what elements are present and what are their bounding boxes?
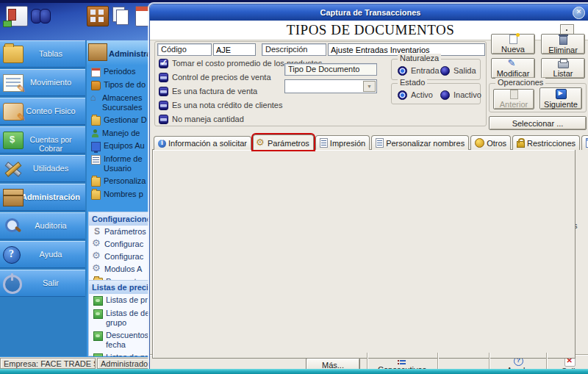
sidebar-item-tablas[interactable]: Tablas — [0, 40, 85, 68]
anterior-button[interactable]: Anterior — [493, 89, 534, 109]
person-icon — [91, 129, 99, 137]
sidebar-item-conteo-fisico[interactable]: Conteo Fisico — [0, 98, 85, 125]
cards-icon[interactable] — [87, 6, 109, 26]
listar-button[interactable]: Listar — [541, 58, 585, 79]
radio-glyph — [440, 90, 450, 100]
checkbox-label: No maneja cantidad — [172, 115, 244, 123]
sidebar-item-movimiento[interactable]: Movimiento — [0, 69, 85, 96]
folder-icon — [3, 46, 24, 63]
checkbox-glyph — [159, 101, 168, 110]
radio-label: Salida — [453, 66, 476, 75]
sidebar-item-cuentas-por-cobrar[interactable]: Cuentas por Cobrar — [0, 126, 85, 154]
money-icon — [3, 132, 24, 149]
naturaleza-title: Naturaleza — [398, 54, 441, 62]
radio-label: Activo — [411, 90, 433, 99]
gold-circle-icon — [475, 138, 484, 148]
close-icon[interactable]: ✕ — [573, 7, 585, 19]
footer-separator — [546, 353, 547, 369]
parametros-tab-panel — [152, 149, 576, 359]
tab-personalizar-nombres[interactable]: Personalizar nombres — [371, 135, 469, 150]
tab-parametros[interactable]: Parámetros — [253, 134, 314, 150]
chevron-down-icon: ▼ — [363, 81, 376, 92]
copy-icon[interactable] — [110, 6, 131, 25]
checkbox-label: Es una nota crédito de clientes — [172, 101, 282, 109]
estado-group: Estado Activo Inactivo — [391, 83, 481, 104]
checkbox-glyph — [159, 59, 168, 68]
page-title: TIPOS DE DOCUMENTOS — [287, 22, 455, 38]
money-icon — [93, 309, 103, 319]
sidebar-item-salir[interactable]: Salir — [0, 270, 85, 297]
tab-strip: Información a solicitar Parámetros Impre… — [154, 134, 588, 150]
box-icon — [88, 43, 107, 61]
info-icon — [158, 140, 166, 148]
page-icon — [376, 138, 384, 148]
folder-icon — [91, 116, 101, 126]
printer-icon — [558, 61, 569, 68]
tab-label: Otros — [487, 139, 506, 148]
radio-inactivo[interactable]: Inactivo — [440, 90, 481, 100]
seleccionar-button[interactable]: Seleccionar ... — [489, 116, 587, 130]
codigo-input[interactable] — [213, 43, 256, 56]
radio-salida[interactable]: Salida — [440, 66, 476, 76]
modificar-button[interactable]: Modificar — [491, 58, 535, 79]
dialog-titlebar: Captura de Transacciones — [150, 4, 588, 21]
tipo-documento-combo[interactable]: ▼ — [284, 79, 377, 93]
tipo-documento-label: Tipo De Documento — [284, 63, 377, 76]
box-icon — [3, 189, 24, 206]
pencil-icon — [509, 60, 518, 68]
radio-label: Inactivo — [453, 90, 481, 99]
button-label: Nueva — [501, 45, 525, 54]
tab-label: Personalizar nombres — [386, 139, 465, 148]
house-icon — [91, 94, 99, 102]
tab-restricciones[interactable]: Restricciones — [512, 135, 580, 150]
button-label: Siguiente — [544, 100, 578, 109]
money-icon — [93, 353, 103, 356]
gear-icon — [93, 253, 101, 261]
s-icon — [93, 228, 101, 236]
nueva-button[interactable]: Nueva — [491, 34, 535, 54]
calendar-icon — [91, 68, 101, 77]
button-label: Eliminar — [548, 46, 578, 54]
screen: Tablas Movimiento Conteo Fisico Cuentas … — [0, 0, 588, 374]
report-icon — [91, 155, 101, 165]
radio-activo[interactable]: Activo — [398, 90, 433, 100]
tab-informacion-a-solicitar[interactable]: Información a solicitar — [154, 136, 251, 150]
tab-impresion[interactable]: Impresión — [315, 135, 370, 150]
sidebar-item-auditoria[interactable]: Auditoria — [0, 212, 85, 240]
checkbox-control-precios[interactable]: Control de precios de venta — [159, 73, 271, 82]
sidebar-item-administracion[interactable]: Administración — [0, 184, 85, 211]
eliminar-button[interactable]: Eliminar — [541, 34, 585, 54]
page-icon — [320, 138, 328, 148]
checkbox-no-maneja-cantidad[interactable]: No maneja cantidad — [159, 115, 244, 124]
sidebar-item-utilidades[interactable]: Utilidades — [0, 155, 85, 182]
siguiente-button[interactable]: Siguiente — [539, 87, 582, 109]
money-icon — [93, 296, 103, 306]
status-empresa: Empresa: FACE TRADE S.A.S — [0, 358, 96, 369]
nav-item-label: Manejo de — [102, 129, 155, 138]
magnifier-icon — [3, 217, 22, 234]
footer-separator — [437, 353, 438, 369]
dialog-captura-transacciones: Captura de Transacciones ✕ TIPOS DE DOCU… — [149, 4, 588, 372]
checkbox-nota-credito[interactable]: Es una nota crédito de clientes — [159, 101, 282, 110]
checkbox-factura-venta[interactable]: Es una factura de venta — [159, 87, 257, 96]
button-label: Seleccionar ... — [512, 119, 564, 128]
book-icon — [91, 81, 101, 90]
tools-icon — [3, 160, 22, 176]
tab-label: Parámetros — [268, 139, 309, 148]
footer-separator — [489, 353, 490, 369]
tab-otros[interactable]: Otros — [470, 135, 511, 150]
radio-entrada[interactable]: Entrada — [398, 66, 440, 76]
question-icon — [3, 246, 21, 264]
nav-item-label: Almacenes Sucursales — [102, 93, 155, 112]
binoculars-icon[interactable] — [31, 6, 51, 25]
dialog-title: Captura de Transacciones — [320, 8, 421, 17]
lock-icon — [517, 141, 525, 148]
tab-valores[interactable]: Valores — [581, 135, 588, 150]
checkbox-glyph — [159, 115, 168, 124]
sidebar-item-ayuda[interactable]: Ayuda — [0, 241, 85, 268]
tab-label: Información a solicitar — [168, 139, 247, 148]
folder-icon — [91, 177, 101, 187]
nav-section-title: Administra — [109, 49, 151, 58]
footer-separator — [367, 353, 368, 369]
form-window-icon[interactable] — [6, 6, 28, 26]
